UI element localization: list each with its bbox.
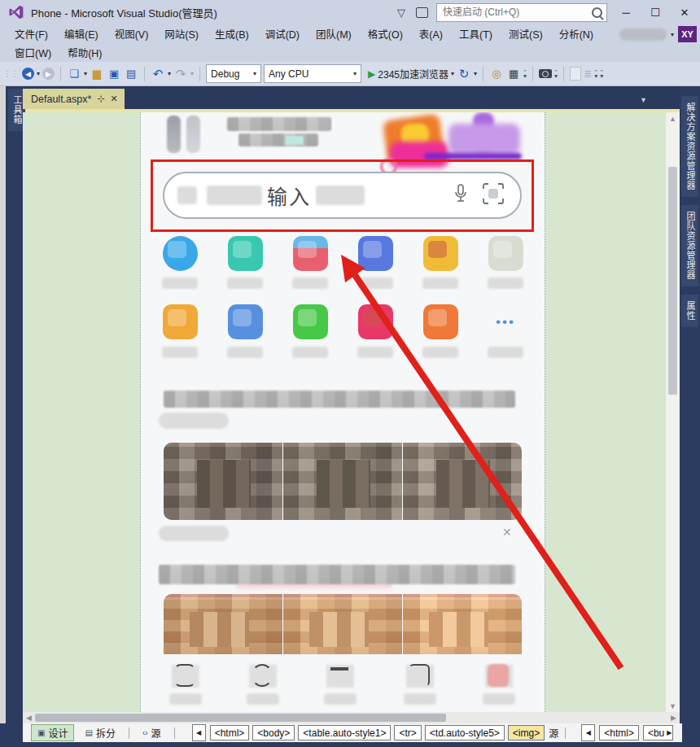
menu-item[interactable]: 团队(M) [308,26,360,42]
save-icon[interactable]: ▣ [107,67,121,81]
close-button[interactable]: ✕ [674,3,695,21]
list-icon[interactable]: ≣ [584,68,592,80]
run-browser-target[interactable]: 2345加速浏览器 [378,67,448,81]
minimize-button[interactable]: ─ [615,3,637,21]
app-shortcut[interactable] [227,304,263,339]
app-icon[interactable] [423,304,458,339]
app-icon[interactable] [423,236,458,271]
app-shortcut[interactable]: ••• [488,304,523,339]
chevron-down-icon[interactable]: ▾ [671,31,674,38]
news-photo[interactable] [283,594,402,654]
app-icon[interactable] [293,304,328,339]
news-photo[interactable] [283,443,402,520]
solution-platform-dropdown[interactable]: Any CPU▾ [264,64,361,83]
document-list-dropdown-icon[interactable]: ▼ [640,96,647,104]
tag-button[interactable]: <html> [210,725,250,740]
navigate-forward-icon[interactable]: ▶ [42,68,55,80]
new-project-icon[interactable]: ❏ [67,67,81,81]
user-avatar-badge[interactable]: XY [678,26,697,42]
news-photo[interactable] [164,594,282,654]
menu-item[interactable]: 视图(V) [107,26,157,42]
news-image-strip[interactable] [164,443,522,520]
news-photo[interactable] [164,443,282,520]
app-shortcut[interactable] [422,304,458,339]
tag-button[interactable]: <table.auto-style1> [298,725,391,740]
tag-button[interactable]: <html> [599,725,639,740]
open-file-icon[interactable]: ▆ [90,67,104,81]
app-icon[interactable] [488,236,523,271]
toolbox-icon[interactable]: ▦ [506,67,521,81]
tag-button[interactable]: <tr> [394,725,421,740]
toolbar-overflow-icon[interactable]: ''▾ [594,70,597,78]
search-box[interactable]: 输入 [163,172,522,219]
tag-nav-back-icon[interactable]: ◀ [192,724,206,741]
news-photo[interactable] [403,594,522,654]
microphone-icon[interactable] [453,184,468,207]
start-debug-icon[interactable]: ▶ [368,68,375,80]
app-icon[interactable] [358,304,393,339]
app-icon[interactable] [228,236,263,271]
chevron-down-icon[interactable]: ▾ [474,70,477,77]
refresh-icon[interactable]: ↻ [457,67,471,81]
horizontal-scrollbar[interactable]: ◀ ▶ [23,712,680,723]
menu-item[interactable]: 调试(D) [257,26,308,42]
bottom-nav-item[interactable] [483,662,515,690]
app-shortcut[interactable] [227,236,263,271]
menu-item[interactable]: 生成(B) [207,26,257,42]
vertical-scrollbar-thumb[interactable] [668,167,677,395]
tag-nav-back-icon[interactable]: ◀ [581,724,595,741]
bottom-nav-item[interactable] [169,662,202,690]
chevron-down-icon[interactable]: ▾ [37,70,40,77]
undo-icon[interactable]: ↶ [151,67,165,81]
document-tab[interactable]: Default.aspx* ⊹ ✕ [23,89,125,109]
chevron-down-icon[interactable]: ▾ [168,70,171,77]
chevron-down-icon[interactable]: ▾ [84,70,87,77]
source-view-button[interactable]: ‹› 源 [136,724,168,741]
find-in-files-icon[interactable]: ◎ [489,67,504,81]
redo-icon[interactable]: ↷ [173,67,188,81]
tag-button-truncated[interactable]: <bu ▶ [643,725,673,740]
app-shortcut[interactable] [488,236,523,271]
app-icon[interactable] [163,304,198,339]
bottom-nav-item[interactable] [404,662,436,690]
camera-icon[interactable] [539,69,552,78]
scroll-right-icon[interactable]: ▶ [667,712,680,724]
menu-item[interactable]: 文件(F) [7,26,56,42]
scroll-up-icon[interactable]: ▲ [666,112,680,124]
design-surface[interactable]: 输入 [23,112,666,712]
app-icon[interactable] [358,236,393,271]
maximize-button[interactable]: ☐ [645,3,666,21]
menu-item[interactable]: 测试(S) [501,26,551,42]
bottom-nav-item[interactable] [324,662,357,690]
save-all-icon[interactable]: ▤ [124,67,138,81]
menu-item[interactable]: 窗口(W) [7,45,59,60]
menu-item[interactable]: 格式(O) [360,26,411,42]
menu-item[interactable]: 分析(N) [551,26,602,42]
app-shortcut[interactable] [162,304,198,339]
vertical-scrollbar[interactable]: ▲ ▼ [666,112,680,712]
scroll-down-icon[interactable]: ▼ [666,700,680,712]
right-panel-tab[interactable]: 解决方案资源管理器 [681,96,698,197]
split-view-button[interactable]: ▤ 拆分 [78,724,121,741]
tag-button[interactable]: <td.auto-style5> [425,725,505,740]
solution-configuration-dropdown[interactable]: Debug▾ [206,64,261,83]
app-icon[interactable] [293,236,328,271]
app-shortcut[interactable] [357,236,393,271]
quick-launch-box[interactable] [436,3,607,22]
toolbar-overflow-icon[interactable]: ''▾ [554,70,558,78]
app-shortcut[interactable] [292,236,328,271]
filter-icon[interactable]: ▽ [395,7,408,19]
toolbar-grip[interactable]: ⋮⋮ [3,69,18,78]
bottom-nav-item[interactable] [247,662,279,690]
right-panel-tab[interactable]: 团队资源管理器 [681,205,698,286]
chevron-down-icon[interactable]: ▾ [451,70,454,77]
horizontal-scrollbar-thumb[interactable] [35,714,446,722]
close-icon[interactable]: ✕ [111,94,118,104]
menu-item[interactable]: 网站(S) [156,26,207,42]
tag-button[interactable]: <body> [252,725,295,740]
app-shortcut[interactable] [292,304,328,339]
app-shortcut[interactable] [422,236,458,271]
menu-item[interactable]: 编辑(E) [56,26,107,42]
pin-icon[interactable]: ⊹ [97,94,104,104]
app-icon[interactable] [228,304,263,339]
